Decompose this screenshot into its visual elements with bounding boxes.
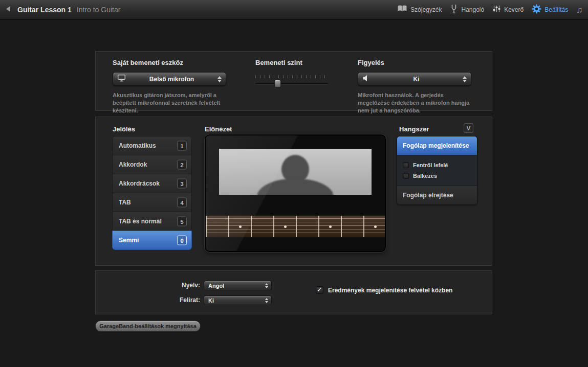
checkbox[interactable] <box>403 162 409 168</box>
language-dropdown[interactable]: Angol <box>204 281 272 290</box>
lesson-subtitle: Intro to Guitar <box>77 6 121 14</box>
fret-marker-dot <box>284 225 287 228</box>
notation-item-tab[interactable]: TAB 4 <box>112 193 192 212</box>
option-label: Fentről lefelé <box>413 162 448 168</box>
notation-list: Automatikus 1 Akkordok 2 Akkordrácsok 3 … <box>112 136 192 250</box>
language-panel: Nyelv: Angol Felirat: Ki Eredmények megj… <box>95 270 492 314</box>
silhouette-shoulders <box>257 178 334 195</box>
subtitle-dropdown[interactable]: Ki <box>204 295 272 305</box>
display-device-icon <box>117 74 126 84</box>
results-label: Eredmények megjelenítése felvétel közben <box>328 287 452 294</box>
string-lines <box>206 218 385 235</box>
checkbox[interactable] <box>316 286 323 294</box>
monitoring-value: Ki <box>370 76 463 83</box>
input-device-heading: Saját bemeneti eszköz <box>113 59 183 66</box>
fret-marker-dot <box>329 225 332 228</box>
notation-item-automatic[interactable]: Automatikus 1 <box>112 136 192 155</box>
monitoring-caption: Mikrofont használok. A gerjedés megelőzé… <box>358 91 473 114</box>
checkbox[interactable] <box>403 173 409 179</box>
shortcut-key-badge: V <box>464 123 473 133</box>
language-value: Angol <box>208 283 265 289</box>
instrument-heading: Hangszer <box>399 125 429 133</box>
notation-item-label: Automatikus <box>119 142 156 149</box>
subtitle-label: Felirat: <box>147 295 200 305</box>
input-level-heading: Bemeneti szint <box>255 59 302 66</box>
chevron-updown-icon <box>463 76 467 82</box>
language-label: Nyelv: <box>147 281 200 290</box>
toolbar-label-tuner: Hangoló <box>461 6 484 13</box>
garageband-lesson-settings: Guitar Lesson 1 Intro to Guitar Szójegyz… <box>0 0 588 367</box>
fretboard-preview <box>206 215 385 238</box>
subtitle-value: Ki <box>208 297 265 304</box>
instrument-group: Fogólap megjelenítése Fentről lefelé Bal… <box>397 136 477 205</box>
input-settings-panel: Saját bemeneti eszköz Belső mikrofon Aku… <box>95 51 492 111</box>
preview-heading: Előnézet <box>205 125 232 133</box>
chevron-updown-icon <box>265 298 268 303</box>
toolbar-label-glossary: Szójegyzék <box>410 6 442 13</box>
toolbar-label-setup: Beállítás <box>545 6 568 13</box>
chevron-updown-icon <box>265 283 268 288</box>
shortcut-key-badge: 2 <box>177 160 187 170</box>
input-device-dropdown[interactable]: Belső mikrofon <box>113 72 226 86</box>
input-device-caption: Akusztikus gitáron játszom, amelyről a b… <box>113 91 233 114</box>
music-notes-icon[interactable]: ♫ <box>576 6 583 14</box>
notation-item-label: Semmi <box>119 237 139 244</box>
hide-fretboard-button[interactable]: Fogólap elrejtése <box>397 186 477 204</box>
lesson-title: Guitar Lesson 1 <box>17 6 72 14</box>
notation-item-chords[interactable]: Akkordok 2 <box>112 155 192 174</box>
slider-ticks <box>255 75 328 78</box>
teacher-video-thumbnail <box>219 149 372 195</box>
top-toolbar: Guitar Lesson 1 Intro to Guitar Szójegyz… <box>0 0 588 20</box>
book-icon <box>397 5 407 15</box>
input-level-slider[interactable] <box>255 75 328 84</box>
back-icon[interactable] <box>4 5 12 15</box>
lesson-preview <box>205 134 386 252</box>
option-label: Balkezes <box>413 173 437 179</box>
speaker-icon <box>362 75 370 83</box>
option-top-down[interactable]: Fentről lefelé <box>397 159 477 170</box>
toolbar-item-mixer[interactable]: Keverő <box>492 5 524 15</box>
toolbar-item-setup[interactable]: Beállítás <box>532 4 568 16</box>
toolbar-item-glossary[interactable]: Szójegyzék <box>397 5 442 15</box>
slider-thumb[interactable] <box>274 80 281 87</box>
notation-item-label: Akkordrácsok <box>119 180 160 187</box>
results-option[interactable]: Eredmények megjelenítése felvétel közben <box>316 286 452 294</box>
notation-item-tab-and-standard[interactable]: TAB és normál 5 <box>112 212 192 231</box>
shortcut-key-badge: 5 <box>177 217 187 226</box>
notation-heading: Jelölés <box>113 125 135 133</box>
mixer-icon <box>492 5 501 15</box>
notation-item-label: Akkordok <box>119 161 147 168</box>
lesson-view-panel: Jelölés Automatikus 1 Akkordok 2 Akkordr… <box>95 117 492 266</box>
fret-marker-dot <box>374 225 377 228</box>
toolbar-item-tuner[interactable]: Hangoló <box>450 4 484 16</box>
fret-marker-dot <box>239 225 242 228</box>
input-device-value: Belső mikrofon <box>126 76 217 83</box>
notation-item-none[interactable]: Semmi 0 <box>112 231 192 250</box>
shortcut-key-badge: 4 <box>177 198 187 208</box>
shortcut-key-badge: 3 <box>177 179 187 189</box>
option-left-handed[interactable]: Balkezes <box>397 170 477 181</box>
fretboard-options: Fentről lefelé Balkezes <box>397 155 477 186</box>
toolbar-label-mixer: Keverő <box>504 6 524 13</box>
slider-track[interactable] <box>255 83 328 84</box>
open-garageband-settings-button[interactable]: GarageBand-beállítások megnyitása <box>95 320 201 332</box>
show-fretboard-button[interactable]: Fogólap megjelenítése <box>397 136 477 155</box>
gear-icon <box>532 4 541 16</box>
chevron-updown-icon <box>217 76 222 82</box>
shortcut-key-badge: 0 <box>177 236 187 245</box>
monitoring-heading: Figyelés <box>358 59 384 66</box>
notation-item-label: TAB és normál <box>119 218 162 225</box>
monitoring-dropdown[interactable]: Ki <box>358 72 471 86</box>
notation-item-chord-grids[interactable]: Akkordrácsok 3 <box>112 174 192 193</box>
notation-item-label: TAB <box>119 199 131 206</box>
tuning-fork-icon <box>450 4 458 16</box>
shortcut-key-badge: 1 <box>177 141 187 151</box>
